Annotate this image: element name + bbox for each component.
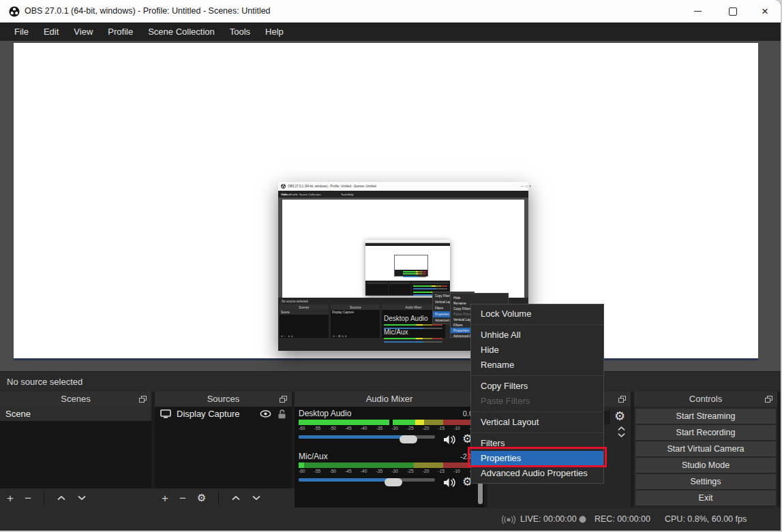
- speaker-icon[interactable]: [443, 435, 456, 445]
- eye-icon[interactable]: [260, 410, 271, 418]
- menu-separator: [472, 324, 603, 325]
- menu-separator: [472, 375, 603, 376]
- live-time: LIVE: 00:00:00: [520, 507, 577, 531]
- captured-window-title: OBS 27.0.1 (64-bit, windows) - Profile: …: [288, 185, 376, 188]
- scenes-header: Scenes: [0, 392, 151, 407]
- controls-title: Controls: [634, 392, 777, 407]
- chevron-up-icon[interactable]: [57, 495, 66, 501]
- settings-button[interactable]: Settings: [635, 474, 776, 489]
- captured-window-controls: — □ ×: [521, 185, 531, 188]
- popout-icon[interactable]: [765, 396, 772, 403]
- screenshot-root: OBS 27.0.1 (64-bit, windows) - Profile: …: [0, 0, 782, 532]
- chevron-down-icon[interactable]: [77, 495, 87, 501]
- menu-view[interactable]: View: [66, 27, 100, 37]
- controls-panel: Controls Start Streaming Start Recording…: [634, 392, 777, 507]
- audio-mixer-body: Desktop Audio 0.0 -60-55-50-45-40-35-30-…: [295, 407, 484, 507]
- duration-stepper[interactable]: [616, 426, 627, 438]
- menu-item-advanced-audio-properties[interactable]: Advanced Audio Properties: [471, 466, 603, 481]
- exit-button[interactable]: Exit: [635, 490, 776, 505]
- menu-item-unhide-all[interactable]: Unhide All: [471, 328, 603, 343]
- chevron-down-icon[interactable]: [252, 495, 261, 501]
- plus-icon[interactable]: +: [162, 492, 168, 504]
- audio-mixer-panel: Audio Mixer Desktop Audio 0.0: [295, 392, 484, 507]
- scenes-toolbar: + −: [0, 488, 158, 507]
- popout-icon[interactable]: [139, 396, 147, 403]
- captured-canvas-white: Copy Filters Vertical Layout Filters Pro…: [282, 200, 524, 298]
- menu-item-filters[interactable]: Filters: [471, 436, 603, 451]
- title-bar: OBS 27.0.1 (64-bit, windows) - Profile: …: [0, 0, 781, 22]
- window-title: OBS 27.0.1 (64-bit, windows) - Profile: …: [25, 0, 271, 22]
- menu-item-hide[interactable]: Hide: [471, 343, 603, 358]
- minimize-icon: [694, 11, 702, 12]
- scenes-list: Scene: [0, 407, 151, 488]
- maximize-button[interactable]: [717, 0, 749, 22]
- broadcast-icon: [501, 515, 516, 525]
- captured-screen-edge: [14, 358, 758, 360]
- chevron-down-icon[interactable]: [617, 433, 626, 438]
- speaker-icon[interactable]: [443, 478, 456, 488]
- status-bar: LIVE: 00:00:00 REC: 00:00:00 CPU: 0.8%, …: [0, 507, 781, 531]
- gear-icon[interactable]: ⚙: [614, 411, 625, 422]
- monitor-icon: [160, 409, 171, 418]
- menu-item-lock-volume[interactable]: Lock Volume: [471, 307, 603, 322]
- nested-nested-dock: [395, 270, 427, 276]
- menu-scene-collection[interactable]: Scene Collection: [140, 27, 222, 37]
- volume-slider[interactable]: [299, 478, 435, 482]
- menu-item-properties[interactable]: Properties: [471, 451, 603, 466]
- chevron-up-icon[interactable]: [231, 495, 241, 501]
- rec-time: REC: 00:00:00: [595, 507, 650, 531]
- close-icon: ×: [762, 5, 768, 17]
- captured-menu-item: Tools: [341, 193, 348, 196]
- preview-canvas[interactable]: OBS 27.0.1 (64-bit, windows) - Profile: …: [14, 43, 758, 360]
- source-row-display-capture[interactable]: Display Capture: [155, 407, 292, 421]
- context-menu: Lock Volume Unhide All Hide Rename Copy …: [470, 304, 604, 484]
- close-button[interactable]: ×: [749, 0, 781, 22]
- nested-obs-window: [365, 240, 450, 296]
- volume-meter: [299, 420, 473, 425]
- menu-item-vertical-layout[interactable]: Vertical Layout: [471, 415, 603, 430]
- start-virtual-camera-button[interactable]: Start Virtual Camera: [635, 441, 776, 456]
- menu-help[interactable]: Help: [258, 27, 291, 37]
- preview-area: OBS 27.0.1 (64-bit, windows) - Profile: …: [0, 41, 781, 371]
- menu-file[interactable]: File: [7, 27, 36, 37]
- menu-profile[interactable]: Profile: [100, 27, 140, 37]
- start-recording-button[interactable]: Start Recording: [635, 425, 776, 440]
- menu-item-copy-filters[interactable]: Copy Filters: [471, 379, 603, 394]
- menu-item-rename[interactable]: Rename: [471, 358, 603, 373]
- minus-icon[interactable]: −: [25, 492, 31, 504]
- obs-main-window: OBS 27.0.1 (64-bit, windows) - Profile: …: [0, 0, 781, 531]
- rec-dot-icon: [579, 516, 586, 523]
- start-streaming-button[interactable]: Start Streaming: [635, 409, 776, 424]
- captured-menu-bar: File Edit View Profile Scene Collection …: [278, 191, 528, 198]
- minimize-button[interactable]: [682, 0, 713, 22]
- minus-icon[interactable]: −: [179, 492, 186, 504]
- sources-panel: Sources Display Capture: [155, 392, 292, 507]
- popout-icon[interactable]: [618, 396, 626, 403]
- popout-icon[interactable]: [280, 396, 287, 403]
- captured-obs-logo-icon: [281, 184, 286, 189]
- scene-row[interactable]: Scene: [0, 407, 151, 421]
- mixer-channel-desktop-audio: Desktop Audio 0.0 -60-55-50-45-40-35-30-…: [299, 409, 473, 445]
- studio-mode-button[interactable]: Studio Mode: [635, 458, 776, 473]
- channel-name: Mic/Aux: [299, 452, 328, 461]
- chevron-up-icon[interactable]: [617, 426, 626, 431]
- maximize-icon: [729, 7, 737, 16]
- no-source-selected-label: No source selected: [7, 372, 82, 392]
- menu-separator: [472, 433, 603, 433]
- captured-title-bar: OBS 27.0.1 (64-bit, windows) - Profile: …: [278, 182, 528, 191]
- gear-icon[interactable]: ⚙: [197, 492, 206, 503]
- nested-menu-bar: [365, 243, 450, 246]
- volume-slider-handle[interactable]: [400, 435, 417, 443]
- menu-tools[interactable]: Tools: [222, 27, 258, 37]
- captured-no-source: No source selected: [282, 300, 308, 303]
- menu-item-paste-filters: Paste Filters: [471, 394, 603, 409]
- volume-slider-handle[interactable]: [385, 478, 402, 486]
- menu-separator: [472, 411, 603, 412]
- menu-edit[interactable]: Edit: [36, 27, 66, 37]
- plus-icon[interactable]: +: [7, 492, 14, 504]
- captured-menu-item: Profile: [290, 193, 298, 196]
- menu-bar: File Edit View Profile Scene Collection …: [0, 22, 781, 41]
- channel-name: Desktop Audio: [299, 409, 351, 418]
- unlock-icon[interactable]: [277, 409, 286, 419]
- source-toolbar: No source selected ⚙ Properties Filters: [0, 371, 781, 392]
